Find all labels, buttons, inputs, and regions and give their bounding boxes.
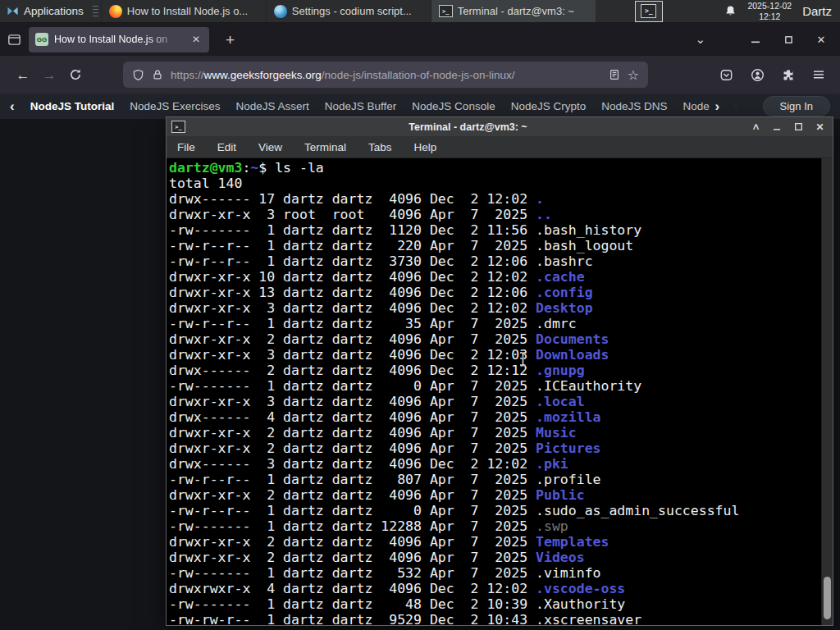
extensions-button[interactable] — [782, 68, 795, 81]
task-button-firefox[interactable]: How to Install Node.js o... — [101, 0, 266, 22]
nav-link[interactable]: NodeJS Assert — [235, 100, 308, 112]
tabbar-right: ⌄ ✕ — [687, 32, 840, 47]
tab-close-button[interactable]: ✕ — [189, 33, 203, 46]
terminal-launcher-button[interactable]: >_ — [635, 1, 663, 22]
file-name: .local — [536, 394, 585, 409]
file-name: Videos — [536, 550, 585, 565]
sign-in-button[interactable]: Sign In — [763, 96, 830, 116]
panel-clock[interactable]: 2025-12-02 12:12 — [747, 1, 792, 21]
menu-tabs[interactable]: Tabs — [368, 141, 392, 153]
ls-row: -rw------- 1 dartz dartz 0 Apr 7 2025 .I… — [169, 378, 821, 394]
file-name: .cache — [536, 269, 585, 285]
file-name: .bash_logout — [536, 238, 633, 253]
pocket-button[interactable] — [719, 68, 733, 82]
terminal-scrollbar[interactable] — [821, 158, 833, 625]
file-name: Public — [536, 487, 585, 503]
url-protocol: https:// — [171, 69, 204, 81]
nav-link[interactable]: NodeJS DNS — [601, 100, 667, 112]
nav-link[interactable]: NodeJS Console — [412, 100, 495, 112]
ls-row: -rw-r--r-- 1 dartz dartz 35 Apr 7 2025 .… — [169, 316, 821, 331]
task-button-codium[interactable]: Settings - codium script... — [266, 0, 431, 22]
ls-row: drwx------ 3 dartz dartz 4096 Dec 2 12:0… — [169, 456, 821, 472]
tasklist-handle — [93, 6, 98, 17]
nav-link[interactable]: NodeJS Crypto — [511, 100, 587, 112]
panel-status-area: 2025-12-02 12:12 Dartz — [724, 1, 840, 21]
reader-mode-button[interactable] — [609, 69, 620, 80]
terminal-body[interactable]: dartz@vm3:~$ ls -latotal 140drwx------ 1… — [167, 158, 833, 625]
window-minimize-button[interactable] — [750, 34, 761, 45]
file-name: Downloads — [536, 347, 609, 363]
url-bar[interactable]: https://www.geeksforgeeks.org/node-js/in… — [123, 62, 648, 88]
terminal-minimize-button[interactable] — [772, 121, 783, 132]
file-name: .sudo_as_admin_successful — [536, 503, 739, 518]
ls-row: -rw-r--r-- 1 dartz dartz 220 Apr 7 2025 … — [169, 238, 821, 253]
file-name: .. — [536, 207, 552, 222]
nav-scroll-left-icon[interactable]: ‹ — [10, 99, 15, 113]
clock-date: 2025-12-02 — [747, 1, 792, 11]
ls-row: -rw------- 1 dartz dartz 12288 Apr 7 202… — [169, 518, 821, 534]
site-favicon: GG — [35, 33, 48, 46]
ls-row: drwxr-xr-x 13 dartz dartz 4096 Dec 2 12:… — [169, 285, 821, 300]
file-name: .ICEauthority — [536, 378, 641, 394]
file-name: .pki — [536, 456, 568, 472]
terminal-window: >_ Terminal - dartz@vm3: ~ ˄ ✕ FileEditV… — [166, 116, 833, 626]
terminal-close-button[interactable]: ✕ — [815, 121, 825, 132]
nav-link[interactable]: NodeJS Buffer — [325, 100, 397, 112]
file-name: Pictures — [536, 441, 600, 456]
task-label: Settings - codium script... — [292, 5, 412, 17]
terminal-shade-button[interactable]: ˄ — [751, 121, 761, 132]
browser-tab[interactable]: GG How to Install Node.js on ✕ — [29, 27, 209, 52]
forward-button[interactable]: → — [36, 68, 62, 82]
search-icon[interactable] — [735, 99, 737, 113]
task-button-terminal[interactable]: >_Terminal - dartz@vm3: ~ — [431, 0, 596, 22]
nav-link[interactable]: NodeJS Exercises — [130, 100, 220, 112]
ls-row: drwxr-xr-x 2 dartz dartz 4096 Apr 7 2025… — [169, 425, 821, 441]
file-name: .swp — [536, 518, 568, 534]
ls-row: drwxr-xr-x 3 dartz dartz 4096 Dec 2 12:0… — [169, 300, 821, 316]
menu-view[interactable]: View — [258, 141, 282, 153]
window-maximize-button[interactable] — [783, 34, 794, 45]
menu-hamburger-button[interactable] — [812, 68, 825, 81]
back-button[interactable]: ← — [10, 68, 36, 82]
nav-link[interactable]: NodeJS Tutorial — [30, 100, 115, 112]
file-name: . — [536, 191, 544, 207]
new-tab-button[interactable]: + — [219, 30, 241, 49]
menu-edit[interactable]: Edit — [217, 141, 236, 153]
terminal-titlebar[interactable]: >_ Terminal - dartz@vm3: ~ ˄ ✕ — [167, 117, 833, 136]
ls-row: -rw-r--r-- 1 dartz dartz 3730 Dec 2 12:0… — [169, 253, 821, 269]
applications-menu-button[interactable]: Applications — [0, 0, 90, 22]
scrollbar-thumb[interactable] — [824, 577, 831, 619]
file-name: .bashrc — [536, 253, 593, 269]
top-panel: Applications How to Install Node.js o...… — [0, 0, 840, 23]
firefox-view-button[interactable] — [7, 33, 21, 47]
ls-row: -rw-r--r-- 1 dartz dartz 807 Apr 7 2025 … — [169, 472, 821, 487]
lock-icon[interactable] — [152, 69, 163, 80]
list-all-tabs-button[interactable]: ⌄ — [687, 32, 714, 47]
ls-row: drwxr-xr-x 3 dartz dartz 4096 Apr 7 2025… — [169, 394, 821, 409]
nav-scroll-right-icon[interactable]: › — [715, 99, 720, 113]
panel-tasklist: How to Install Node.js o...Settings - co… — [101, 0, 596, 22]
menu-help[interactable]: Help — [414, 141, 437, 153]
ls-row: -rw-rw-r-- 1 dartz dartz 9529 Dec 2 10:4… — [169, 612, 821, 625]
terminal-text: dartz@vm3:~$ ls -latotal 140drwx------ 1… — [169, 160, 821, 625]
url-path: /node-js/installation-of-node-js-on-linu… — [322, 69, 515, 81]
ls-row: drwxrwxr-x 4 dartz dartz 4096 Dec 2 12:0… — [169, 581, 821, 596]
terminal-icon: >_ — [641, 4, 656, 18]
bookmark-star-button[interactable]: ☆ — [628, 67, 639, 83]
browser-toolbar: ← → https://www.geeksforgeeks.org/node-j… — [0, 56, 840, 94]
notification-bell-icon[interactable] — [724, 5, 737, 17]
terminal-maximize-button[interactable] — [793, 121, 804, 132]
account-button[interactable] — [751, 68, 765, 82]
menu-terminal[interactable]: Terminal — [304, 141, 346, 153]
ls-row: drwxr-xr-x 2 dartz dartz 4096 Apr 7 2025… — [169, 487, 821, 503]
menu-file[interactable]: File — [177, 141, 195, 153]
total-line: total 140 — [169, 176, 821, 191]
text-cursor — [518, 351, 527, 367]
nav-link[interactable]: Node — [683, 100, 711, 112]
file-name: .config — [536, 285, 593, 300]
file-name: .profile — [536, 472, 600, 487]
tracking-shield-icon[interactable] — [132, 69, 144, 81]
applications-menu-icon — [7, 5, 19, 17]
window-close-button[interactable]: ✕ — [815, 34, 827, 45]
reload-button[interactable] — [62, 68, 89, 81]
